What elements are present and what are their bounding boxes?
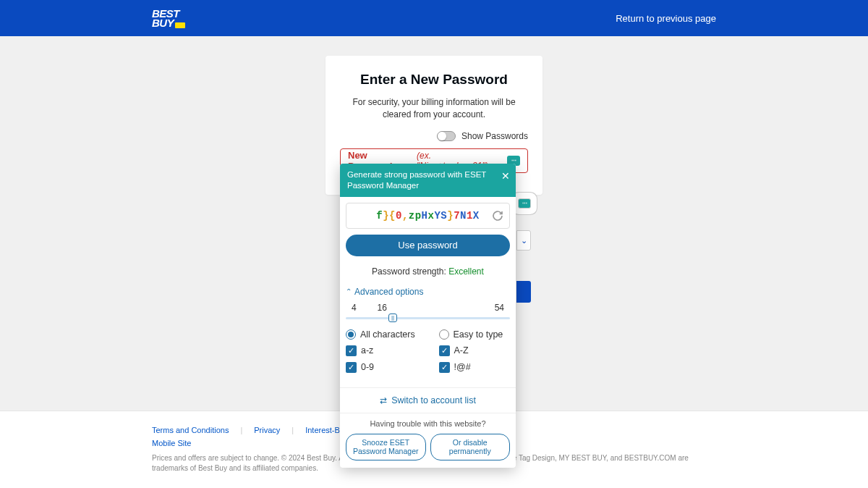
checkbox-icon [346, 345, 357, 356]
slider-max: 54 [495, 303, 504, 313]
logo-tag-icon [175, 22, 185, 28]
checkbox-digits[interactable]: 0-9 [346, 362, 417, 373]
snooze-button[interactable]: Snooze ESET Password Manager [346, 434, 426, 460]
site-header: BEST BUY Return to previous page [0, 0, 868, 36]
page-title: Enter a New Password [340, 72, 528, 88]
refresh-icon[interactable] [492, 210, 503, 222]
submit-button-fragment[interactable] [516, 281, 531, 303]
strength-value: Excellent [448, 266, 484, 277]
popup-footer-buttons: Snooze ESET Password Manager Or disable … [340, 434, 516, 468]
checkbox-lowercase[interactable]: a-z [346, 345, 417, 356]
radio-icon [346, 329, 356, 340]
length-slider[interactable]: || [346, 317, 510, 319]
strength-label: Password strength: [372, 266, 448, 277]
popup-title: Generate strong password with ESET Passw… [347, 170, 486, 190]
switch-icon: ⇄ [380, 395, 387, 405]
show-passwords-label: Show Passwords [461, 131, 528, 141]
eset-badge-icon[interactable]: ⋯ [518, 198, 531, 209]
advanced-label: Advanced options [354, 287, 423, 297]
trouble-text: Having trouble with this website? [340, 413, 516, 434]
character-options: All characters Easy to type a-z A-Z 0-9 … [340, 327, 516, 387]
toggle-knob [438, 132, 446, 140]
bestbuy-logo: BEST BUY [152, 9, 185, 28]
footer-link-privacy[interactable]: Privacy [254, 426, 280, 434]
page-subtitle: For security, your billing information w… [340, 96, 528, 121]
show-passwords-row: Show Passwords [340, 131, 528, 141]
checkbox-icon [346, 362, 357, 373]
dropdown-caret-icon[interactable]: ⌄ [516, 230, 531, 251]
slider-labels: 4 16 54 [346, 303, 510, 313]
return-link[interactable]: Return to previous page [616, 13, 716, 24]
chevron-up-icon: ⌃ [346, 287, 352, 295]
popup-header: Generate strong password with ESET Passw… [340, 164, 516, 197]
checkbox-icon [439, 362, 450, 373]
checkbox-uppercase[interactable]: A-Z [439, 345, 511, 356]
footer-link-terms[interactable]: Terms and Conditions [152, 426, 229, 434]
switch-account-list-button[interactable]: ⇄ Switch to account list [340, 387, 516, 413]
logo-line2: BUY [152, 18, 185, 28]
advanced-options-toggle[interactable]: ⌃ Advanced options [340, 287, 516, 297]
radio-icon [439, 329, 449, 340]
use-password-button[interactable]: Use password [346, 235, 510, 256]
generated-password: f}{0,zpHxYS}7N1X [376, 210, 480, 222]
disable-button[interactable]: Or disable permanently [430, 434, 511, 460]
radio-easy-to-type[interactable]: Easy to type [439, 329, 511, 340]
length-slider-section: 4 16 54 || [340, 300, 516, 327]
checkbox-icon [439, 345, 450, 356]
show-passwords-toggle[interactable] [437, 131, 456, 141]
generated-password-box: f}{0,zpHxYS}7N1X [346, 203, 510, 229]
close-icon[interactable]: ✕ [501, 169, 510, 182]
slider-min: 4 [352, 303, 357, 313]
eset-password-popup: Generate strong password with ESET Passw… [340, 164, 516, 468]
password-strength: Password strength: Excellent [340, 266, 516, 277]
radio-all-characters[interactable]: All characters [346, 329, 417, 340]
slider-thumb[interactable]: || [388, 314, 397, 322]
slider-value: 16 [377, 303, 386, 313]
checkbox-symbols[interactable]: !@# [439, 362, 511, 373]
